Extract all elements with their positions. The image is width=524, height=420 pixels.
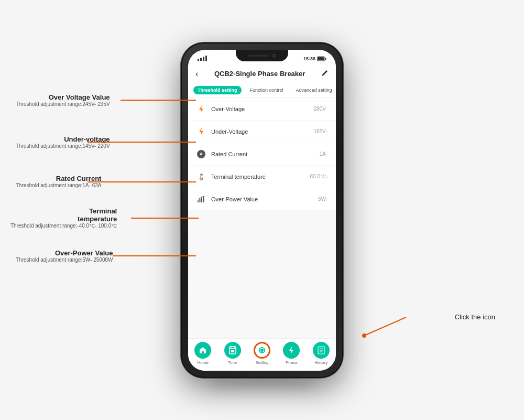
svg-rect-1 (200, 58, 202, 61)
svg-rect-5 (325, 58, 326, 60)
under-voltage-icon (195, 126, 207, 137)
svg-marker-27 (289, 347, 293, 354)
terminal-temp-icon (195, 171, 207, 182)
setting-icon (254, 342, 270, 359)
over-power-icon (195, 193, 207, 205)
back-button[interactable]: ‹ (195, 69, 198, 79)
annotation-line-rated-current (88, 181, 199, 182)
phone-reflection (210, 378, 314, 394)
svg-point-37 (192, 181, 196, 182)
setting-rated-current[interactable]: A Rated Current 1A › (188, 143, 336, 165)
svg-point-33 (192, 100, 196, 101)
page-title: QCB2-Single Phase Breaker (214, 70, 305, 78)
setting-over-voltage[interactable]: Over-Voltage 280V › (188, 98, 336, 120)
svg-point-41 (192, 255, 196, 256)
nav-home[interactable]: Home (194, 342, 211, 365)
svg-rect-2 (203, 57, 204, 61)
nav-history-label: History (314, 360, 328, 365)
settings-list: Over-Voltage 280V › Under-Voltage (188, 98, 336, 338)
annotation-over-voltage: Over Voltage Value Threshold adjustment … (16, 93, 110, 107)
svg-rect-3 (205, 56, 207, 61)
app-header: ‹ QCB2-Single Phase Breaker (188, 64, 336, 83)
over-power-value: 5W › (318, 196, 329, 202)
annotation-line-terminal-temp (131, 218, 202, 219)
svg-point-13 (201, 178, 202, 179)
nav-time-label: Time (228, 360, 237, 365)
svg-rect-19 (203, 196, 204, 202)
svg-rect-24 (231, 350, 234, 352)
annotation-terminal-temp: Terminaltemperature Threshold adjustment… (10, 207, 117, 229)
annotation-over-power: Over-Power Value Threshold adjustment ra… (16, 249, 113, 263)
under-voltage-value: 165V › (314, 128, 329, 134)
edit-button[interactable] (321, 69, 329, 78)
status-time-battery: 15:38 (303, 56, 326, 61)
nav-phase[interactable]: Phase (283, 342, 300, 365)
home-icon (194, 342, 211, 359)
setting-under-voltage[interactable]: Under-Voltage 165V › (188, 121, 336, 143)
nav-setting[interactable]: Setting (254, 342, 270, 365)
annotation-line-over-voltage (121, 100, 199, 101)
annotation-line-under-voltage (88, 142, 199, 143)
nav-history[interactable]: History (313, 342, 330, 365)
terminal-temp-label: Terminal temperature (211, 174, 306, 180)
status-time: 15:38 (303, 56, 315, 61)
tab-threshold[interactable]: Threshold setting (193, 86, 242, 94)
status-signal (198, 56, 213, 62)
svg-marker-8 (199, 128, 203, 135)
tab-advanced[interactable]: Advanced setting (292, 86, 336, 94)
rated-current-value: 1A › (320, 151, 329, 157)
svg-rect-18 (201, 197, 202, 202)
nav-phase-label: Phase (286, 360, 298, 365)
svg-point-42 (362, 333, 366, 338)
over-voltage-value: 280V › (314, 106, 329, 112)
svg-point-25 (260, 349, 264, 352)
over-power-label: Over-Power Value (211, 196, 314, 202)
svg-rect-0 (198, 59, 199, 61)
svg-rect-16 (198, 200, 199, 202)
over-voltage-icon (195, 103, 207, 115)
phase-icon (283, 342, 300, 359)
time-icon (224, 342, 241, 359)
setting-terminal-temp[interactable]: Terminal temperature 80.0℃ › (188, 166, 336, 188)
setting-over-power[interactable]: Over-Power Value 5W › (188, 188, 336, 210)
over-voltage-label: Over-Voltage (211, 106, 310, 112)
svg-rect-17 (200, 199, 201, 202)
svg-marker-7 (199, 105, 203, 113)
rated-current-label: Rated Current (211, 151, 315, 157)
click-annotation-line (359, 315, 411, 341)
svg-point-39 (194, 218, 199, 219)
bottom-nav: Home Time (188, 338, 336, 371)
phone-notch (236, 50, 288, 61)
nav-time[interactable]: Time (224, 342, 241, 365)
nav-home-label: Home (198, 360, 209, 365)
phone-screen: 15:38 ‹ QCB2-Single Phase Breaker (188, 50, 336, 371)
click-annotation: Click the icon (455, 312, 495, 321)
svg-point-35 (192, 142, 196, 143)
tab-function[interactable]: Function control (246, 86, 288, 94)
nav-setting-label: Setting (256, 360, 269, 365)
terminal-temp-value: 80.0℃ › (310, 174, 329, 179)
under-voltage-label: Under-Voltage (211, 128, 310, 135)
rated-current-icon: A (195, 148, 207, 160)
svg-rect-6 (318, 57, 324, 60)
history-icon (313, 342, 330, 359)
annotation-line-over-power (113, 255, 199, 256)
tabs-row: Threshold setting Function control Advan… (188, 83, 336, 98)
